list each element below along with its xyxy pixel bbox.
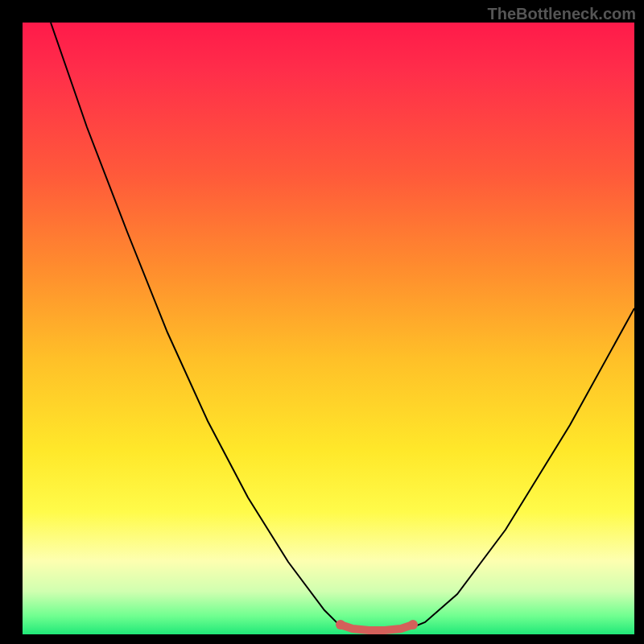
plot-area bbox=[23, 23, 634, 634]
main-curve-line bbox=[51, 23, 634, 630]
flat-highlight-line bbox=[341, 625, 413, 630]
chart-svg bbox=[23, 23, 634, 634]
highlight-dot-right bbox=[408, 620, 418, 630]
watermark-text: TheBottleneck.com bbox=[488, 5, 636, 23]
highlight-dot-left bbox=[336, 620, 345, 630]
